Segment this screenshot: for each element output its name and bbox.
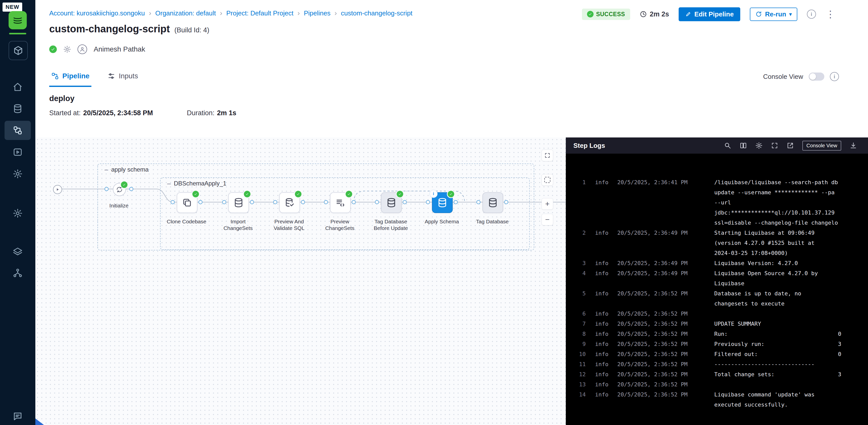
collapse-minus-icon[interactable]: – [104, 166, 108, 173]
duration-label: Duration: [187, 109, 215, 117]
started-value: 20/5/2025, 2:34:58 PM [83, 109, 153, 117]
sidebar-item-pipelines[interactable] [4, 121, 31, 140]
sidebar: NEW [0, 0, 35, 425]
copy-icon [182, 198, 192, 208]
author-name: Animesh Pathak [94, 45, 145, 53]
stage-name: deploy [49, 94, 74, 103]
success-check-badge [396, 190, 404, 198]
log-line: 5info20/5/2025, 2:36:52 PMDatabase is up… [566, 288, 868, 309]
page-header: Account: kurosakiichigo.songoku › Organi… [35, 0, 868, 66]
chevron-right-icon: › [220, 9, 222, 17]
gear-icon[interactable] [63, 46, 71, 53]
log-header: Step Logs Console View [566, 138, 868, 153]
log-line: 1info20/5/2025, 2:36:41 PM/liquibase/liq… [566, 177, 868, 228]
app-window: NEW [0, 0, 868, 425]
status-text: SUCCESS [596, 11, 625, 18]
console-view-button[interactable]: Console View [802, 141, 841, 150]
breadcrumb-project[interactable]: Project: Default Project [226, 9, 293, 17]
node-tag-database-before-update[interactable] [381, 192, 402, 213]
node-preview-validate-sql[interactable] [279, 192, 300, 213]
sidebar-item-organization[interactable] [4, 263, 31, 283]
page-title: custom-changelog-script [49, 23, 170, 35]
tab-inputs-label: Inputs [119, 72, 138, 80]
tab-inputs[interactable]: Inputs [105, 66, 140, 87]
collapse-minus-icon[interactable]: – [167, 180, 171, 187]
split-view-icon[interactable] [740, 142, 747, 149]
executions-icon [13, 147, 23, 157]
node-label: Preview And Validate SQL [269, 218, 309, 231]
zoom-out-button[interactable]: − [541, 214, 553, 225]
select-marquee-button[interactable] [541, 174, 553, 186]
tab-bar: Pipeline Inputs Console View i [35, 66, 868, 87]
log-lines[interactable]: 1info20/5/2025, 2:36:41 PM/liquibase/liq… [566, 153, 868, 425]
node-preview-changesets[interactable] [330, 192, 351, 213]
node-initialize[interactable] [113, 183, 126, 196]
download-logs-icon[interactable] [850, 142, 857, 149]
log-panel-title: Step Logs [574, 142, 605, 149]
sidebar-item-project[interactable] [8, 41, 28, 60]
marquee-icon [544, 177, 550, 183]
console-info-icon[interactable]: i [830, 72, 839, 81]
log-line: 6info20/5/2025, 2:36:52 PM [566, 309, 868, 319]
sidebar-item-environments[interactable] [4, 164, 31, 183]
console-view-toggle[interactable] [809, 73, 824, 81]
success-check-icon [49, 46, 57, 53]
breadcrumb-pipelines[interactable]: Pipelines [304, 9, 331, 17]
log-settings-gear-icon[interactable] [755, 142, 763, 149]
started-label: Started at: [49, 109, 81, 117]
sidebar-item-modules[interactable] [4, 242, 31, 261]
search-icon[interactable] [724, 142, 731, 149]
rerun-label: Re-run [765, 10, 786, 18]
fullscreen-button[interactable] [541, 149, 553, 161]
help-info-icon[interactable]: i [807, 9, 816, 19]
breadcrumb-organization[interactable]: Organization: default [155, 9, 216, 17]
kebab-menu-icon[interactable]: ⋮ [826, 9, 835, 19]
start-node[interactable] [53, 185, 62, 194]
conditional-info-badge: i [430, 190, 437, 198]
pipelines-icon [13, 125, 23, 135]
stage-summary: deploy Started at: 20/5/2025, 2:34:58 PM… [35, 87, 868, 138]
tab-pipeline-label: Pipeline [62, 72, 89, 80]
node-apply-schema[interactable]: i [432, 192, 453, 213]
success-check-badge [192, 190, 200, 198]
sidebar-item-home[interactable] [4, 77, 31, 96]
zoom-in-button[interactable]: + [541, 198, 553, 210]
sidebar-item-database[interactable] [4, 99, 31, 118]
breadcrumb: Account: kurosakiichigo.songoku › Organi… [49, 9, 412, 17]
gear-icon [13, 208, 23, 218]
edit-pipeline-button[interactable]: Edit Pipeline [679, 7, 740, 21]
play-icon [56, 188, 59, 191]
log-line: 7info20/5/2025, 2:36:52 PMUPDATE SUMMARY [566, 319, 868, 329]
node-clone-codebase[interactable] [177, 192, 197, 213]
tab-pipeline[interactable]: Pipeline [49, 66, 91, 87]
log-line: 14info20/5/2025, 2:36:52 PMLiquibase com… [566, 390, 868, 410]
breadcrumb-current[interactable]: custom-changelog-script [341, 9, 412, 17]
database-icon [234, 198, 244, 208]
node-import-changesets[interactable] [228, 192, 249, 213]
stepgroup-dbschemaapply[interactable]: – DBSchemaApply_1 [160, 177, 530, 250]
stage-meta: Started at: 20/5/2025, 2:34:58 PM Durati… [49, 109, 236, 117]
sidebar-item-settings[interactable] [4, 204, 31, 223]
expand-logs-icon[interactable] [771, 142, 778, 149]
group-name: apply schema [111, 166, 149, 173]
rerun-button[interactable]: Re-run ▾ [750, 7, 797, 21]
sidebar-item-executions[interactable] [4, 142, 31, 162]
pipeline-canvas[interactable]: – apply schema – DBSchemaApply_1 Initial… [35, 138, 566, 425]
person-icon [80, 47, 85, 52]
log-line: 8info20/5/2025, 2:36:52 PMRun: 0 [566, 329, 868, 339]
breadcrumb-account[interactable]: Account: kurosakiichigo.songoku [49, 9, 145, 17]
status-badge: SUCCESS [582, 8, 630, 20]
build-id: (Build Id: 4) [175, 26, 209, 34]
new-badge: NEW [2, 2, 22, 11]
chevron-right-icon: › [335, 9, 337, 17]
clock-icon [640, 10, 647, 18]
toggle-knob [809, 73, 816, 80]
node-label: Apply Schema [422, 218, 462, 225]
product-logo-icon[interactable] [8, 11, 27, 29]
execution-meta-row: Animesh Pathak [49, 45, 145, 54]
open-external-icon[interactable] [787, 142, 794, 149]
active-module-indicator [9, 33, 26, 34]
sidebar-item-help-chat[interactable] [0, 412, 35, 422]
refresh-icon [755, 11, 762, 18]
node-tag-database[interactable] [483, 192, 503, 213]
